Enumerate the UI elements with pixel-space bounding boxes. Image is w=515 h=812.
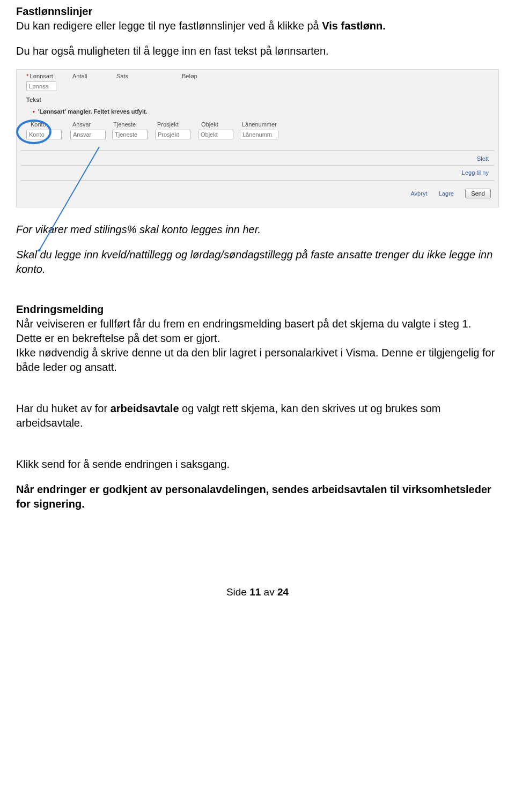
text: Har du huket av for	[16, 403, 111, 414]
label-ansvar: Ansvar	[72, 121, 91, 128]
footer-text: av	[261, 586, 277, 598]
lagre-link[interactable]: Lagre	[439, 190, 454, 197]
required-star: *	[26, 73, 28, 79]
text-bold-vis-fastlonn: Vis fastlønn.	[322, 20, 386, 32]
lanenummer-input[interactable]	[240, 130, 278, 139]
footer-text: Side	[226, 586, 249, 598]
paragraph-kveld-natt: Skal du legge inn kveld/nattillegg og lø…	[16, 248, 499, 277]
label-sats: Sats	[116, 73, 128, 79]
paragraph-godkjent: Når endringer er godkjent av personalavd…	[16, 482, 499, 511]
page-footer: Side 11 av 24	[16, 586, 499, 598]
lonnsart-input[interactable]	[26, 81, 56, 91]
form-screenshot: *Lønnsart Antall Sats Beløp Tekst •'Lønn…	[16, 69, 499, 207]
validation-error: •'Lønnsart' mangler. Feltet kreves utfyl…	[33, 108, 148, 115]
text: Du kan redigere eller legge til nye fast…	[16, 20, 322, 32]
paragraph-ikke-nodvendig: Ikke nødvendig å skrive denne ut da den …	[16, 346, 499, 375]
footer-page-current: 11	[249, 586, 261, 598]
divider	[21, 180, 494, 181]
section-heading-fastlonnslinjer: Fastlønnslinjer	[16, 5, 499, 18]
konto-input[interactable]	[26, 130, 62, 139]
paragraph-vikarer: For vikarer med stilings% skal konto leg…	[16, 222, 499, 237]
tjeneste-input[interactable]	[112, 130, 148, 139]
paragraph-klikk-send: Klikk send for å sende endringen i saksg…	[16, 457, 499, 472]
legg-til-ny-link[interactable]: Legg til ny	[462, 169, 489, 176]
section-heading-endringsmelding: Endringsmelding	[16, 303, 499, 316]
paragraph-veiviser: Når veiviseren er fullført får du frem e…	[16, 317, 499, 346]
label-lanenummer: Lånenummer	[242, 121, 277, 128]
send-button[interactable]: Send	[465, 189, 491, 198]
footer-page-total: 24	[277, 586, 289, 598]
label-konto: Konto	[31, 121, 46, 128]
label-prosjekt: Prosjekt	[157, 121, 179, 128]
prosjekt-input[interactable]	[155, 130, 190, 139]
label-belop: Beløp	[182, 73, 197, 79]
label-lonnsart: *Lønnsart	[26, 73, 53, 79]
paragraph-intro: Du kan redigere eller legge til nye fast…	[16, 19, 499, 33]
avbryt-link[interactable]: Avbryt	[410, 190, 427, 197]
label-antall: Antall	[72, 73, 87, 79]
label-tjeneste: Tjeneste	[113, 121, 136, 128]
divider	[21, 165, 494, 166]
paragraph-option: Du har også muligheten til å legge inn e…	[16, 44, 499, 58]
divider	[21, 150, 494, 151]
label-tekst: Tekst	[26, 96, 41, 103]
objekt-input[interactable]	[198, 130, 233, 139]
slett-link[interactable]: Slett	[477, 155, 489, 162]
form-panel: *Lønnsart Antall Sats Beløp Tekst •'Lønn…	[16, 69, 499, 207]
label-objekt: Objekt	[201, 121, 218, 128]
paragraph-arbeidsavtale: Har du huket av for arbeidsavtale og val…	[16, 401, 499, 430]
ansvar-input[interactable]	[70, 130, 106, 139]
form-footer-actions: Avbryt Lagre Send	[410, 189, 491, 198]
text-bold-arbeidsavtale: arbeidsavtale	[111, 403, 179, 414]
